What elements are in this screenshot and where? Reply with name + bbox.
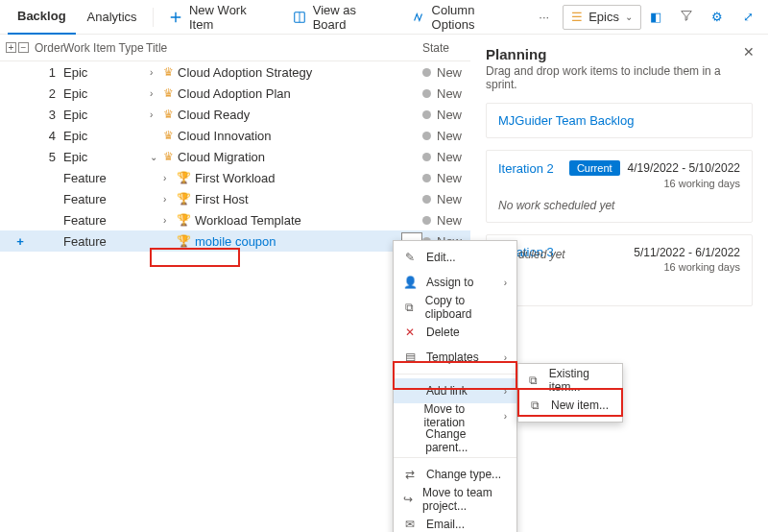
table-row[interactable]: Feature›🏆First WorkloadNew [0,167,470,188]
chevron-icon[interactable]: › [150,88,159,99]
filter-icon [680,9,693,25]
close-panel-button[interactable]: ✕ [743,44,755,60]
grid-header: +− Order Work Item Type Title State [0,35,470,61]
email-icon: ✉ [403,518,417,531]
chevron-icon[interactable]: › [150,109,159,120]
work-item-title[interactable]: Cloud Migration [178,150,265,164]
epic-icon: ♛ [163,65,174,79]
work-item-title[interactable]: Cloud Ready [178,108,250,122]
table-row[interactable]: Feature›🏆Workload TemplateNew [0,209,470,230]
table-row[interactable]: Feature›🏆First HostNew [0,188,470,209]
column-options-button[interactable]: Column Options [401,4,527,31]
ctx-change-parent[interactable]: Change parent... [394,428,516,453]
planning-title: Planning [486,46,753,62]
ctx-templates[interactable]: ▤Templates› [394,345,516,370]
submenu-new-item[interactable]: ⧉New item... [518,393,622,418]
iteration-3-box[interactable]: Iteration 3 5/11/2022 - 6/1/2022 16 work… [486,234,753,306]
epic-icon: ♛ [163,108,174,121]
toolbar-more-button[interactable]: ··· [529,4,559,31]
expand-all-icon[interactable]: + [6,42,16,53]
ctx-delete[interactable]: ✕Delete [394,320,516,345]
state-label: New [437,129,462,143]
chevron-icon[interactable]: › [163,215,173,226]
col-title[interactable]: Title [146,41,422,55]
filter-button[interactable] [674,5,699,30]
team-backlog-box[interactable]: MJGuider Team Backlog [486,103,753,138]
table-row[interactable]: 5Epic⌄♛Cloud MigrationNew [0,146,470,167]
chevron-icon[interactable]: ⌄ [150,152,159,162]
state-label: New [437,150,462,164]
submenu-new-item-label: New item... [551,399,609,412]
chevron-right-icon: › [504,411,507,422]
submenu-existing-item[interactable]: ⧉Existing item... [518,368,622,393]
ctx-move-iteration[interactable]: Move to iteration› [394,403,516,428]
tab-backlog[interactable]: Backlog [8,0,76,35]
chevron-right-icon: › [504,278,507,288]
column-options-icon [411,10,425,25]
state-dot-icon [422,195,431,204]
ctx-change-type-label: Change type... [426,468,501,481]
board-icon [292,10,306,25]
work-item-title[interactable]: Cloud Innovation [178,129,272,143]
state-dot-icon [422,132,431,140]
ctx-add-link-label: Add link [426,384,468,398]
col-state[interactable]: State [422,41,470,55]
table-row[interactable]: 4Epic♛Cloud InnovationNew [0,125,470,146]
feature-icon: 🏆 [177,213,191,227]
ctx-add-link[interactable]: Add link› [394,378,516,403]
iteration-3-dates: 5/11/2022 - 6/1/2022 [634,246,740,259]
expand-icon: ⤢ [743,10,754,24]
tab-analytics[interactable]: Analytics [78,0,147,35]
collapse-all-icon[interactable]: − [18,42,29,53]
ctx-change-type[interactable]: ⇄Change type... [394,462,516,487]
col-type[interactable]: Work Item Type [63,41,146,55]
backlog-level-selector[interactable]: ☰ Epics ⌄ [563,5,641,30]
iteration-2-dates: 4/19/2022 - 5/10/2022 [628,161,740,175]
view-as-board-button[interactable]: View as Board [282,4,399,31]
work-item-title[interactable]: First Workload [195,171,276,185]
col-order[interactable]: Order [35,41,63,55]
feature-icon: 🏆 [177,192,191,206]
feature-icon: 🏆 [177,171,191,184]
current-badge: Current [569,160,620,176]
toggle-panel-button[interactable]: ◧ [643,5,668,30]
work-item-title[interactable]: Cloud Adoption Plan [178,86,291,101]
work-item-title[interactable]: First Host [195,192,249,206]
settings-button[interactable]: ⚙ [705,5,730,30]
iteration-3-days: 16 working days [498,261,740,273]
chevron-down-icon: ⌄ [625,12,633,22]
ctx-change-parent-label: Change parent... [425,427,507,454]
copy-icon: ⧉ [403,301,416,314]
gear-icon: ⚙ [711,10,723,24]
table-row[interactable]: 1Epic›♛Cloud Adoption StrategyNew [0,61,470,83]
epics-icon: ☰ [571,10,583,24]
state-dot-icon [422,174,431,182]
work-item-title[interactable]: Workload Template [195,213,301,228]
table-row[interactable]: 3Epic›♛Cloud ReadyNew [0,104,470,125]
chevron-icon[interactable]: › [163,173,173,183]
new-work-item-label: New Work Item [189,3,271,32]
state-label: New [437,86,462,101]
chevron-icon[interactable]: › [150,67,159,78]
iteration-2-box[interactable]: Iteration 2 Current 4/19/2022 - 5/10/202… [486,150,753,223]
change-type-icon: ⇄ [403,468,417,481]
chevron-icon[interactable]: › [163,194,173,205]
ctx-assign-to[interactable]: 👤Assign to› [394,270,516,295]
planning-subtitle: Drag and drop work items to include them… [486,64,753,91]
new-work-item-button[interactable]: New Work Item [159,4,281,31]
plus-icon [169,10,183,25]
ctx-email[interactable]: ✉Email... [394,512,516,532]
state-label: New [437,192,462,206]
ctx-edit[interactable]: ✎Edit... [394,245,516,270]
ctx-move-project[interactable]: ↪Move to team project... [394,487,516,512]
work-item-title[interactable]: Cloud Adoption Strategy [178,65,312,80]
tab-backlog-label: Backlog [17,9,66,23]
new-item-icon: ⧉ [528,399,541,412]
person-icon: 👤 [403,276,417,289]
ctx-copy[interactable]: ⧉Copy to clipboard [394,295,516,320]
ctx-move-project-label: Move to team project... [422,486,507,513]
fullscreen-button[interactable]: ⤢ [735,5,760,30]
work-item-title[interactable]: mobile coupon [195,234,276,249]
state-dot-icon [422,153,431,161]
table-row[interactable]: 2Epic›♛Cloud Adoption PlanNew [0,83,470,104]
